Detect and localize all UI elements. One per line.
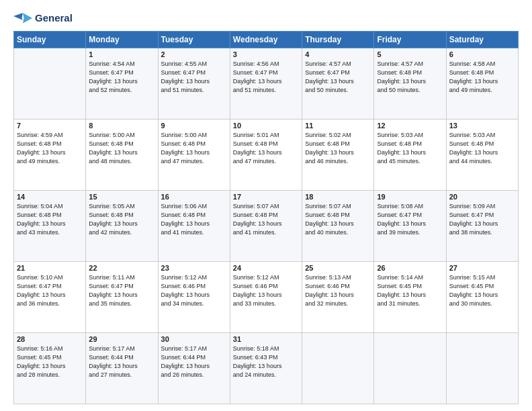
day-content: Sunrise: 5:18 AM Sunset: 6:43 PM Dayligh… — [233, 345, 299, 379]
calendar-cell: 28Sunrise: 5:16 AM Sunset: 6:45 PM Dayli… — [14, 333, 86, 404]
calendar-week-1: 1Sunrise: 4:54 AM Sunset: 6:47 PM Daylig… — [14, 48, 519, 120]
calendar-cell: 10Sunrise: 5:01 AM Sunset: 6:48 PM Dayli… — [230, 120, 302, 191]
day-content: Sunrise: 5:06 AM Sunset: 6:48 PM Dayligh… — [161, 202, 227, 237]
calendar-week-3: 14Sunrise: 5:04 AM Sunset: 6:48 PM Dayli… — [14, 191, 519, 262]
calendar-cell: 13Sunrise: 5:03 AM Sunset: 6:48 PM Dayli… — [446, 120, 518, 191]
day-number: 27 — [449, 264, 515, 272]
weekday-header-row: SundayMondayTuesdayWednesdayThursdayFrid… — [14, 32, 519, 48]
day-number: 10 — [233, 122, 299, 130]
calendar-cell: 23Sunrise: 5:12 AM Sunset: 6:46 PM Dayli… — [158, 262, 230, 333]
day-number: 8 — [89, 122, 154, 130]
day-number: 12 — [377, 122, 443, 130]
day-number: 26 — [377, 264, 443, 272]
day-content: Sunrise: 5:17 AM Sunset: 6:44 PM Dayligh… — [161, 345, 227, 379]
day-number: 21 — [17, 264, 83, 272]
day-number: 6 — [449, 50, 515, 58]
calendar-cell: 16Sunrise: 5:06 AM Sunset: 6:48 PM Dayli… — [158, 191, 230, 262]
day-content: Sunrise: 5:05 AM Sunset: 6:48 PM Dayligh… — [89, 202, 154, 237]
calendar-cell: 30Sunrise: 5:17 AM Sunset: 6:44 PM Dayli… — [158, 333, 230, 404]
day-content: Sunrise: 4:55 AM Sunset: 6:47 PM Dayligh… — [161, 60, 227, 95]
day-number: 30 — [161, 335, 227, 343]
weekday-sunday: Sunday — [14, 32, 86, 48]
calendar-cell: 14Sunrise: 5:04 AM Sunset: 6:48 PM Dayli… — [14, 191, 86, 262]
day-content: Sunrise: 5:08 AM Sunset: 6:47 PM Dayligh… — [377, 202, 443, 237]
day-content: Sunrise: 4:54 AM Sunset: 6:47 PM Dayligh… — [89, 60, 154, 95]
weekday-thursday: Thursday — [302, 32, 374, 48]
page: General SundayMondayTuesdayWednesdayThur… — [0, 0, 532, 411]
day-content: Sunrise: 4:57 AM Sunset: 6:48 PM Dayligh… — [377, 60, 443, 95]
day-content: Sunrise: 5:00 AM Sunset: 6:48 PM Dayligh… — [161, 131, 227, 166]
calendar-cell: 2Sunrise: 4:55 AM Sunset: 6:47 PM Daylig… — [158, 48, 230, 120]
calendar-cell: 4Sunrise: 4:57 AM Sunset: 6:47 PM Daylig… — [302, 48, 374, 120]
calendar-cell — [374, 333, 446, 404]
day-number: 23 — [161, 264, 227, 272]
day-content: Sunrise: 5:01 AM Sunset: 6:48 PM Dayligh… — [233, 131, 299, 166]
day-content: Sunrise: 5:12 AM Sunset: 6:46 PM Dayligh… — [161, 273, 227, 308]
day-number: 1 — [89, 50, 154, 58]
calendar-cell: 29Sunrise: 5:17 AM Sunset: 6:44 PM Dayli… — [86, 333, 158, 404]
svg-marker-0 — [23, 13, 32, 24]
calendar-cell: 27Sunrise: 5:15 AM Sunset: 6:45 PM Dayli… — [446, 262, 518, 333]
day-number: 19 — [377, 193, 443, 201]
day-number: 18 — [305, 193, 371, 201]
calendar-week-4: 21Sunrise: 5:10 AM Sunset: 6:47 PM Dayli… — [14, 262, 519, 333]
weekday-saturday: Saturday — [446, 32, 518, 48]
logo-icon — [13, 11, 32, 26]
calendar-cell: 19Sunrise: 5:08 AM Sunset: 6:47 PM Dayli… — [374, 191, 446, 262]
calendar-cell: 17Sunrise: 5:07 AM Sunset: 6:48 PM Dayli… — [230, 191, 302, 262]
calendar-cell: 21Sunrise: 5:10 AM Sunset: 6:47 PM Dayli… — [14, 262, 86, 333]
logo: General — [13, 11, 73, 26]
weekday-tuesday: Tuesday — [158, 32, 230, 48]
calendar-cell: 22Sunrise: 5:11 AM Sunset: 6:47 PM Dayli… — [86, 262, 158, 333]
day-number: 5 — [377, 50, 443, 58]
logo-text: General — [35, 12, 73, 24]
calendar-week-2: 7Sunrise: 4:59 AM Sunset: 6:48 PM Daylig… — [14, 120, 519, 191]
day-number: 24 — [233, 264, 299, 272]
calendar-cell: 8Sunrise: 5:00 AM Sunset: 6:48 PM Daylig… — [86, 120, 158, 191]
calendar-week-5: 28Sunrise: 5:16 AM Sunset: 6:45 PM Dayli… — [14, 333, 519, 404]
day-number: 13 — [449, 122, 515, 130]
day-content: Sunrise: 5:02 AM Sunset: 6:48 PM Dayligh… — [305, 131, 371, 166]
calendar-cell: 25Sunrise: 5:13 AM Sunset: 6:46 PM Dayli… — [302, 262, 374, 333]
calendar-cell — [302, 333, 374, 404]
day-content: Sunrise: 5:09 AM Sunset: 6:47 PM Dayligh… — [449, 202, 515, 237]
day-content: Sunrise: 5:14 AM Sunset: 6:45 PM Dayligh… — [377, 273, 443, 308]
calendar-cell: 7Sunrise: 4:59 AM Sunset: 6:48 PM Daylig… — [14, 120, 86, 191]
day-number: 11 — [305, 122, 371, 130]
day-content: Sunrise: 5:03 AM Sunset: 6:48 PM Dayligh… — [449, 131, 515, 166]
calendar-cell: 31Sunrise: 5:18 AM Sunset: 6:43 PM Dayli… — [230, 333, 302, 404]
calendar-cell: 1Sunrise: 4:54 AM Sunset: 6:47 PM Daylig… — [86, 48, 158, 120]
day-number: 7 — [17, 122, 83, 130]
day-number: 17 — [233, 193, 299, 201]
calendar-cell: 6Sunrise: 4:58 AM Sunset: 6:48 PM Daylig… — [446, 48, 518, 120]
weekday-friday: Friday — [374, 32, 446, 48]
calendar-cell — [446, 333, 518, 404]
day-content: Sunrise: 4:59 AM Sunset: 6:48 PM Dayligh… — [17, 131, 83, 166]
svg-marker-1 — [13, 13, 23, 20]
day-content: Sunrise: 5:16 AM Sunset: 6:45 PM Dayligh… — [17, 345, 83, 379]
day-number: 28 — [17, 335, 83, 343]
calendar-cell: 11Sunrise: 5:02 AM Sunset: 6:48 PM Dayli… — [302, 120, 374, 191]
day-content: Sunrise: 4:56 AM Sunset: 6:47 PM Dayligh… — [233, 60, 299, 95]
day-content: Sunrise: 5:15 AM Sunset: 6:45 PM Dayligh… — [449, 273, 515, 308]
day-content: Sunrise: 5:10 AM Sunset: 6:47 PM Dayligh… — [17, 273, 83, 308]
calendar-cell: 12Sunrise: 5:03 AM Sunset: 6:48 PM Dayli… — [374, 120, 446, 191]
day-content: Sunrise: 5:11 AM Sunset: 6:47 PM Dayligh… — [89, 273, 154, 308]
day-number: 3 — [233, 50, 299, 58]
calendar-cell: 20Sunrise: 5:09 AM Sunset: 6:47 PM Dayli… — [446, 191, 518, 262]
weekday-wednesday: Wednesday — [230, 32, 302, 48]
calendar-table: SundayMondayTuesdayWednesdayThursdayFrid… — [13, 31, 519, 404]
day-content: Sunrise: 4:57 AM Sunset: 6:47 PM Dayligh… — [305, 60, 371, 95]
day-number: 4 — [305, 50, 371, 58]
weekday-monday: Monday — [86, 32, 158, 48]
calendar-cell: 9Sunrise: 5:00 AM Sunset: 6:48 PM Daylig… — [158, 120, 230, 191]
day-content: Sunrise: 5:07 AM Sunset: 6:48 PM Dayligh… — [233, 202, 299, 237]
calendar-cell: 24Sunrise: 5:12 AM Sunset: 6:46 PM Dayli… — [230, 262, 302, 333]
day-number: 25 — [305, 264, 371, 272]
day-content: Sunrise: 5:12 AM Sunset: 6:46 PM Dayligh… — [233, 273, 299, 308]
day-number: 20 — [449, 193, 515, 201]
day-content: Sunrise: 5:17 AM Sunset: 6:44 PM Dayligh… — [89, 345, 154, 379]
header: General — [13, 11, 519, 26]
calendar-cell — [14, 48, 86, 120]
day-number: 15 — [89, 193, 154, 201]
